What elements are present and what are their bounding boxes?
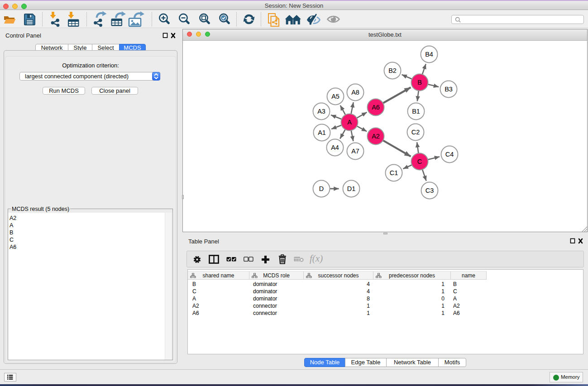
svg-text:C: C (417, 158, 422, 165)
svg-text:A1: A1 (318, 129, 326, 136)
svg-text:B3: B3 (445, 86, 453, 93)
svg-text:B: B (417, 79, 422, 86)
svg-text:C3: C3 (425, 187, 434, 194)
svg-text:A8: A8 (351, 89, 359, 96)
svg-text:A4: A4 (331, 144, 339, 151)
svg-text:A: A (347, 119, 352, 126)
svg-text:B2: B2 (388, 67, 397, 74)
svg-text:A7: A7 (351, 148, 359, 155)
svg-text:A6: A6 (372, 104, 380, 111)
svg-text:C1: C1 (390, 169, 398, 176)
svg-text:C2: C2 (411, 129, 420, 136)
svg-text:C4: C4 (445, 151, 454, 158)
svg-text:B4: B4 (425, 51, 433, 58)
svg-text:D: D (319, 185, 324, 192)
svg-text:A2: A2 (372, 133, 380, 140)
svg-text:D1: D1 (347, 185, 356, 192)
svg-text:A5: A5 (331, 93, 339, 100)
svg-text:A3: A3 (317, 108, 325, 115)
svg-text:B1: B1 (412, 108, 420, 115)
